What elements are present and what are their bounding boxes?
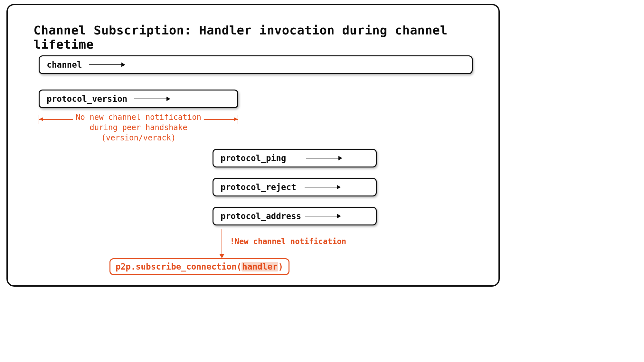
protocol-ping-label: protocol_ping [221,153,286,163]
protocol-address-box: protocol_address [213,207,377,225]
arrow-icon [134,99,170,99]
channel-box: channel [39,55,473,74]
diagram-card: Channel Subscription: Handler invocation… [6,4,500,287]
protocol-version-label: protocol_version [47,94,127,104]
subscribe-suffix: ) [278,262,283,272]
handshake-span: No new channel notification during peer … [39,114,238,127]
handshake-note-line1: No new channel notification [76,113,201,122]
arrow-icon [89,64,125,65]
arrow-icon [305,216,340,216]
protocol-address-label: protocol_address [221,211,301,221]
handshake-note-line2: during peer handshake [76,122,201,133]
subscribe-handler-highlight: handler [242,262,278,272]
protocol-version-box: protocol_version [39,90,238,108]
subscribe-connection-box: p2p.subscribe_connection(handler) [109,258,289,275]
handshake-note-line3: (version/verack) [76,133,201,143]
notification-arrow-down [222,229,222,258]
span-bar [39,114,238,127]
handshake-note: No new channel notification during peer … [73,112,204,143]
protocol-ping-box: protocol_ping [213,149,377,167]
protocol-reject-label: protocol_reject [221,182,296,192]
arrow-icon [305,187,340,187]
protocol-reject-box: protocol_reject [213,178,377,196]
channel-label: channel [47,60,82,70]
new-channel-note: !New channel notification [230,237,346,246]
diagram-title: Channel Subscription: Handler invocation… [33,23,498,52]
subscribe-prefix: p2p.subscribe_connection( [116,262,242,272]
arrow-icon [306,158,342,158]
